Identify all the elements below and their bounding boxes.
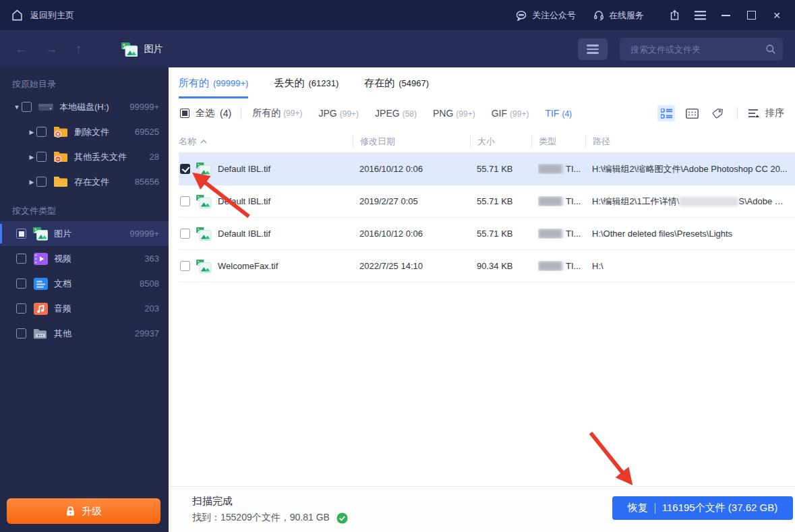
sidebar-item-local-disk[interactable]: ▼ 本地磁盘(H:) 99999+: [0, 94, 169, 119]
search-icon[interactable]: [765, 44, 776, 55]
table-row[interactable]: Default IBL.tif 2016/10/12 0:06 55.71 KB…: [179, 218, 795, 250]
back-to-home-link[interactable]: 返回到主页: [30, 9, 74, 22]
column-size[interactable]: 大小: [470, 135, 538, 148]
tab-all[interactable]: 所有的 (99999+): [179, 77, 248, 98]
column-type[interactable]: 类型: [531, 135, 592, 148]
filter-jpg[interactable]: JPG(99+): [318, 108, 359, 119]
table-row[interactable]: Default IBL.tif 2016/10/12 0:06 55.71 KB…: [179, 153, 795, 185]
upgrade-button[interactable]: 升级: [7, 498, 160, 524]
redacted-text: [538, 229, 562, 239]
home-icon[interactable]: [11, 9, 24, 22]
recover-detail: 116195个文件 (37.62 GB): [662, 502, 777, 514]
pictures-checkbox[interactable]: [16, 229, 26, 239]
follow-official-account[interactable]: 关注公众号: [515, 9, 576, 22]
caret-down-icon[interactable]: ▼: [12, 104, 22, 111]
divider: [241, 107, 241, 119]
other-checkbox[interactable]: [16, 328, 26, 338]
column-name[interactable]: 名称: [179, 135, 359, 148]
tif-file-icon: [196, 162, 212, 176]
nav-back-icon[interactable]: ←: [15, 42, 28, 57]
existing-files-checkbox[interactable]: [36, 177, 47, 187]
divider: [655, 503, 655, 514]
sort-control[interactable]: 排序: [748, 107, 784, 119]
video-type-icon: [33, 252, 48, 266]
caret-right-icon[interactable]: ▶: [27, 179, 36, 185]
sidebar-item-video[interactable]: 视频 363: [0, 246, 169, 271]
tab-existing[interactable]: 存在的 (54967): [364, 77, 429, 98]
table-row[interactable]: WelcomeFax.tif 2022/7/25 14:10 90.34 KB …: [179, 250, 795, 283]
sort-icon: [748, 109, 761, 118]
nav-forward-icon[interactable]: →: [45, 42, 58, 57]
file-path: H:\: [592, 261, 788, 271]
scan-status: 扫描完成: [192, 495, 233, 508]
nav-up-icon[interactable]: ↑: [76, 42, 82, 57]
documents-checkbox[interactable]: [16, 278, 26, 289]
row-checkbox[interactable]: [180, 164, 190, 174]
app-menu-icon[interactable]: [687, 5, 713, 26]
documents-count: 8508: [140, 278, 169, 289]
sidebar: 按原始目录 ▼ 本地磁盘(H:) 99999+ ▶ 删除文件 69525 ▶: [0, 67, 169, 532]
video-checkbox[interactable]: [16, 254, 26, 264]
main-content: 所有的 (99999+) 丢失的 (61231) 存在的 (54967) 全选 …: [169, 67, 795, 532]
other-lost-files-checkbox[interactable]: [36, 152, 47, 162]
recover-button[interactable]: 恢复 116195个文件 (37.62 GB): [612, 496, 793, 520]
file-size: 90.34 KB: [477, 261, 538, 271]
sidebar-item-audio[interactable]: 音频 203: [0, 296, 169, 321]
file-size: 55.71 KB: [477, 164, 538, 174]
deleted-files-count: 69525: [135, 127, 169, 137]
navigation-toolbar: ← → ↑ 图片: [0, 30, 795, 67]
app-window: 返回到主页 关注公众号 在线服务 ✕: [0, 0, 795, 532]
filter-gif[interactable]: GIF(99+): [492, 108, 529, 119]
online-service[interactable]: 在线服务: [593, 9, 644, 22]
sidebar-item-other-lost-files[interactable]: ▶ 其他丢失文件 28: [0, 144, 169, 169]
column-date[interactable]: 修改日期: [353, 135, 477, 148]
sidebar-item-existing-files[interactable]: ▶ 存在文件 85656: [0, 169, 169, 194]
caret-right-icon[interactable]: ▶: [27, 129, 36, 136]
select-all-checkbox[interactable]: [180, 109, 189, 118]
filter-all[interactable]: 所有的(99+): [252, 107, 302, 119]
file-size: 55.71 KB: [477, 196, 538, 206]
existing-files-label: 存在文件: [74, 176, 109, 188]
thumbnail-view-icon[interactable]: [683, 105, 701, 121]
share-icon[interactable]: [661, 5, 687, 26]
sidebar-item-other[interactable]: 其他 29937: [0, 321, 169, 346]
list-view-icon[interactable]: [657, 105, 675, 121]
found-summary: 找到：155209个文件，90.81 GB: [192, 512, 330, 524]
filter-png[interactable]: PNG(99+): [433, 108, 475, 119]
select-all-label[interactable]: 全选: [196, 107, 214, 119]
sidebar-item-deleted-files[interactable]: ▶ 删除文件 69525: [0, 119, 169, 144]
sidebar-item-pictures[interactable]: 图片 99999+: [0, 221, 169, 246]
chat-bubble-icon: [515, 10, 527, 21]
row-checkbox[interactable]: [180, 229, 190, 239]
divider: [737, 107, 738, 119]
row-checkbox[interactable]: [180, 196, 190, 206]
column-path[interactable]: 路径: [585, 135, 788, 148]
lock-icon: [65, 506, 76, 516]
tab-all-label: 所有的: [179, 77, 209, 90]
other-lost-files-label: 其他丢失文件: [74, 151, 127, 163]
table-row[interactable]: Default IBL.tif 2019/2/27 0:05 55.71 KB …: [179, 185, 795, 218]
filter-tif[interactable]: TIF(4): [545, 108, 572, 119]
local-disk-checkbox[interactable]: [22, 102, 32, 112]
file-date: 2016/10/12 0:06: [359, 164, 477, 174]
caret-right-icon[interactable]: ▶: [27, 154, 36, 160]
tab-existing-count: (54967): [399, 78, 429, 88]
hamburger-icon: [587, 42, 599, 56]
other-count: 29937: [135, 328, 169, 338]
file-path: H:\编辑组2\1工作详情\S\Adobe Phot...: [592, 196, 788, 208]
redacted-text: [679, 197, 738, 206]
view-menu-button[interactable]: [578, 38, 608, 60]
minimize-button[interactable]: [713, 5, 738, 26]
filter-bar: 全选 (4) 所有的(99+) JPG(99+) JPEG(58) PNG(99…: [169, 98, 795, 128]
deleted-files-checkbox[interactable]: [36, 127, 47, 137]
tab-lost[interactable]: 丢失的 (61231): [274, 77, 338, 98]
search-input[interactable]: [629, 44, 765, 55]
close-button[interactable]: ✕: [764, 5, 790, 26]
maximize-button[interactable]: [738, 5, 764, 26]
tag-icon[interactable]: [709, 105, 726, 121]
tab-lost-count: (61231): [308, 78, 338, 88]
sidebar-item-documents[interactable]: 文档 8508: [0, 271, 169, 296]
audio-checkbox[interactable]: [16, 303, 26, 314]
filter-jpeg[interactable]: JPEG(58): [375, 108, 417, 119]
row-checkbox[interactable]: [180, 261, 190, 271]
